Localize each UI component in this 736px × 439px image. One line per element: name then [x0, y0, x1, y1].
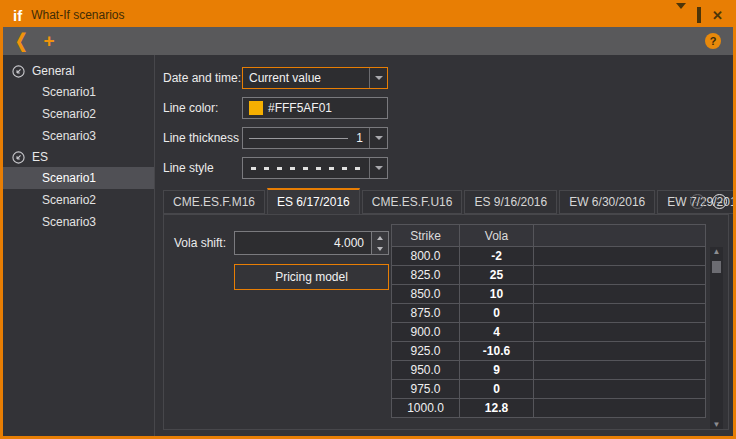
- collapse-arrow-icon[interactable]: [12, 65, 25, 78]
- table-row[interactable]: 900.04: [392, 323, 706, 342]
- date-time-value: Current value: [243, 68, 369, 88]
- color-swatch[interactable]: [249, 101, 263, 115]
- table-scrollbar[interactable]: ▲ ▼: [710, 247, 723, 430]
- line-color-label: Line color:: [163, 101, 242, 115]
- chevron-down-icon[interactable]: [369, 158, 387, 178]
- scenario-detail-panel: Date and time: Current value Line color:…: [155, 55, 733, 436]
- app-logo-icon: if: [13, 7, 22, 24]
- tree-group-label: ES: [32, 150, 48, 164]
- tab-ew-6-30-2016[interactable]: EW 6/30/2016: [559, 190, 655, 214]
- table-row[interactable]: 950.09: [392, 361, 706, 380]
- scenario-tree: General Scenario1 Scenario2 Scenario3 ES…: [3, 55, 155, 436]
- close-icon[interactable]: ✕: [712, 9, 723, 22]
- column-header-strike[interactable]: Strike: [392, 225, 460, 247]
- help-button[interactable]: ?: [705, 33, 721, 49]
- tab-content: Vola shift: 4.000 Pricing model: [163, 214, 729, 430]
- window-menu-icon[interactable]: [676, 10, 686, 21]
- tree-item-es-scenario1[interactable]: Scenario1: [3, 167, 154, 189]
- table-header-row: Strike Vola: [392, 225, 706, 247]
- title-bar: if What-If scenarios ✕: [3, 3, 733, 27]
- date-time-label: Date and time:: [163, 71, 242, 85]
- line-style-label: Line style: [163, 161, 242, 175]
- table-row[interactable]: 1000.012.8: [392, 399, 706, 418]
- table-row[interactable]: 975.00: [392, 380, 706, 399]
- instrument-tabstrip: CME.ES.F.M16 ES 6/17/2016 CME.ES.F.U16 E…: [163, 187, 729, 214]
- scrollbar-thumb[interactable]: [712, 261, 721, 273]
- line-style-preview: [251, 167, 361, 170]
- date-time-select[interactable]: Current value: [242, 67, 388, 89]
- spin-down-icon[interactable]: [372, 243, 388, 254]
- vola-shift-spinner: 4.000: [234, 231, 389, 255]
- tree-group-general[interactable]: General: [3, 61, 154, 81]
- spin-up-icon[interactable]: [372, 232, 388, 243]
- chevron-down-icon[interactable]: [369, 68, 387, 88]
- back-button[interactable]: ❮: [15, 30, 28, 53]
- table-row[interactable]: 875.00: [392, 304, 706, 323]
- table-row[interactable]: 850.010: [392, 285, 706, 304]
- vola-shift-input[interactable]: 4.000: [234, 231, 372, 255]
- line-style-row: Line style: [163, 153, 729, 183]
- line-color-row: Line color: #FFF5AF01: [163, 93, 729, 123]
- window-title: What-If scenarios: [31, 8, 124, 22]
- line-color-field[interactable]: #FFF5AF01: [242, 97, 388, 119]
- table-row[interactable]: 800.0-2: [392, 247, 706, 266]
- tree-item-es-scenario2[interactable]: Scenario2: [3, 189, 154, 211]
- tree-item-general-scenario3[interactable]: Scenario3: [3, 125, 154, 147]
- tree-group-label: General: [32, 64, 75, 78]
- scrollbar-down-icon[interactable]: ▼: [713, 420, 721, 430]
- tab-scroll-buttons: ← →: [690, 194, 727, 209]
- tree-item-general-scenario2[interactable]: Scenario2: [3, 103, 154, 125]
- column-header-vola[interactable]: Vola: [460, 225, 534, 247]
- line-thickness-value: 1: [356, 131, 363, 145]
- table-row[interactable]: 925.0-10.6: [392, 342, 706, 361]
- chevron-down-icon[interactable]: [369, 128, 387, 148]
- line-thickness-preview: [249, 138, 348, 139]
- line-style-select[interactable]: [242, 157, 388, 179]
- line-thickness-label: Line thickness: [163, 131, 242, 145]
- tab-cme-es-f-m16[interactable]: CME.ES.F.M16: [163, 190, 265, 214]
- toolbar: ❮ + ?: [3, 27, 733, 55]
- tab-cme-es-f-u16[interactable]: CME.ES.F.U16: [362, 190, 463, 214]
- tab-es-6-17-2016[interactable]: ES 6/17/2016: [267, 188, 360, 214]
- line-thickness-select[interactable]: 1: [242, 127, 388, 149]
- tree-item-general-scenario1[interactable]: Scenario1: [3, 81, 154, 103]
- tree-item-es-scenario3[interactable]: Scenario3: [3, 211, 154, 233]
- what-if-scenarios-window: if What-If scenarios ✕ ❮ + ? General Sce…: [0, 0, 736, 439]
- tab-es-9-16-2016[interactable]: ES 9/16/2016: [464, 190, 557, 214]
- scroll-tabs-left-icon[interactable]: ←: [690, 194, 705, 209]
- maximize-icon[interactable]: [697, 10, 701, 21]
- collapse-arrow-icon[interactable]: [12, 151, 25, 164]
- tree-group-es[interactable]: ES: [3, 147, 154, 167]
- date-time-row: Date and time: Current value: [163, 63, 729, 93]
- table-row[interactable]: 825.025: [392, 266, 706, 285]
- add-scenario-button[interactable]: +: [44, 31, 55, 50]
- vola-shift-label: Vola shift:: [174, 236, 234, 250]
- column-header-empty: [534, 225, 706, 247]
- window-body: General Scenario1 Scenario2 Scenario3 ES…: [3, 55, 733, 436]
- line-color-value: #FFF5AF01: [268, 101, 332, 115]
- vola-table: Strike Vola 800.0-2 825.025 850.010 875.…: [391, 224, 706, 418]
- scroll-tabs-right-icon[interactable]: →: [712, 194, 727, 209]
- line-thickness-row: Line thickness 1: [163, 123, 729, 153]
- window-controls: ✕: [676, 9, 723, 22]
- pricing-model-button[interactable]: Pricing model: [234, 264, 389, 290]
- scrollbar-up-icon[interactable]: ▲: [713, 247, 721, 259]
